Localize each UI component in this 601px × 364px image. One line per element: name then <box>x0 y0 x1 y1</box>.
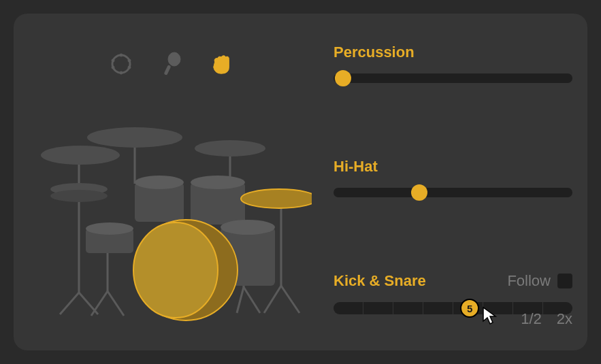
svg-point-35 <box>86 222 133 235</box>
kick-snare-control: Kick & Snare Follow 5 1/2 2x <box>334 272 572 314</box>
svg-point-3 <box>128 66 131 69</box>
svg-point-33 <box>221 220 275 235</box>
hihat-control: Hi-Hat <box>334 158 572 197</box>
tempo-buttons: 1/2 2x <box>521 310 572 328</box>
hihat-label: Hi-Hat <box>334 158 572 176</box>
svg-point-23 <box>41 146 120 165</box>
drummer-editor-panel: Percussion Hi-Hat Kick & Snare Follow <box>14 14 587 350</box>
percussion-label: Percussion <box>334 44 572 61</box>
hihat-slider[interactable] <box>334 188 572 197</box>
svg-point-4 <box>120 71 123 74</box>
svg-point-1 <box>120 54 123 56</box>
svg-line-16 <box>281 286 299 313</box>
ride-cymbal[interactable] <box>241 189 312 208</box>
svg-point-29 <box>135 176 184 189</box>
svg-line-10 <box>60 293 79 314</box>
svg-point-24 <box>87 127 182 148</box>
clap-icon[interactable] <box>210 52 234 76</box>
tambourine-icon[interactable] <box>109 52 133 76</box>
drum-kit[interactable] <box>33 109 312 333</box>
kick-snare-slider-handle[interactable]: 5 <box>460 299 479 318</box>
svg-line-22 <box>244 287 260 313</box>
svg-point-6 <box>112 59 114 62</box>
svg-line-21 <box>237 287 244 313</box>
svg-point-5 <box>112 66 114 69</box>
svg-point-25 <box>195 140 265 156</box>
kick-snare-value: 5 <box>467 303 472 314</box>
percussion-control: Percussion <box>334 44 572 83</box>
svg-point-2 <box>128 59 131 62</box>
svg-point-27 <box>50 190 108 202</box>
follow-label: Follow <box>507 272 551 290</box>
percussion-slider-handle[interactable] <box>335 70 351 86</box>
percussion-slider[interactable] <box>334 73 572 83</box>
svg-line-15 <box>264 286 281 313</box>
svg-rect-8 <box>164 65 171 75</box>
svg-point-0 <box>112 55 130 73</box>
hihat-slider-handle[interactable] <box>411 184 427 201</box>
tempo-double-button[interactable]: 2x <box>557 310 572 328</box>
pattern-controls: Percussion Hi-Hat Kick & Snare Follow <box>334 44 572 314</box>
kick-drum[interactable] <box>133 220 238 320</box>
svg-line-18 <box>91 291 108 316</box>
svg-point-7 <box>168 52 180 66</box>
svg-point-37 <box>133 222 218 318</box>
tempo-half-button[interactable]: 1/2 <box>521 310 542 328</box>
follow-toggle[interactable]: Follow <box>507 272 572 290</box>
maraca-icon[interactable] <box>159 52 184 76</box>
percussion-icon-row <box>109 52 234 76</box>
follow-checkbox[interactable] <box>557 274 572 288</box>
svg-point-31 <box>191 176 245 189</box>
svg-line-19 <box>108 291 124 316</box>
